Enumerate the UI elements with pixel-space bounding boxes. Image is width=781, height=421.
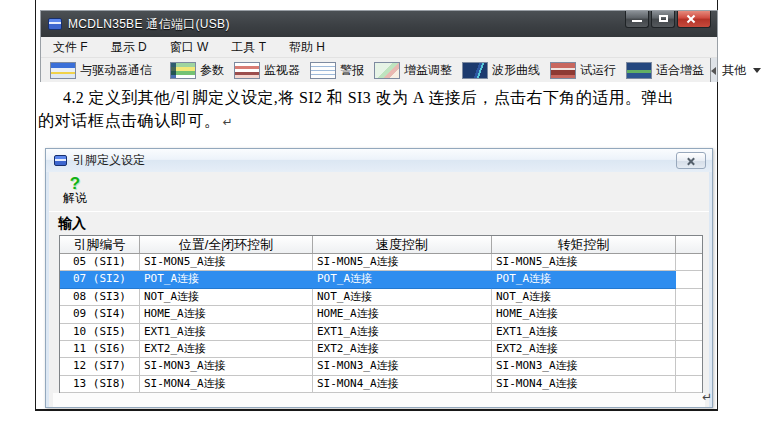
cell-speed: SI-MON3_A连接 [313,358,492,375]
cell-pin: 11 (SI6) [60,341,140,358]
dialog-close-button[interactable] [676,152,706,169]
alarm-icon [310,62,336,79]
header-speed-control[interactable]: 速度控制 [313,236,492,253]
help-button[interactable]: ? 解说 [56,176,94,208]
pin-table-header: 引脚编号 位置/全闭环控制 速度控制 转矩控制 [60,236,702,254]
cell-position: SI-MON5_A连接 [140,254,313,271]
cell-speed: POT_A连接 [313,271,492,288]
app-window-title: MCDLN35BE 通信端口(USB) [68,16,230,33]
header-pin-number[interactable]: 引脚编号 [60,236,140,253]
pin-table: 引脚编号 位置/全闭环控制 速度控制 转矩控制 05 (SI1) SI-MON5… [59,235,703,393]
pin-definition-dialog: 引脚定义设定 ? 解说 输入 引脚编号 位置/全闭环控制 速度控制 转矩控制 [45,148,713,408]
close-button[interactable] [677,11,711,28]
window-controls [623,11,711,28]
table-row-si7[interactable]: 12 (SI7) SI-MON3_A连接 SI-MON3_A连接 SI-MON3… [60,358,702,375]
dialog-titlebar: 引脚定义设定 [46,149,712,172]
paragraph-return-mark: ↵ [223,115,234,129]
header-torque-control[interactable]: 转矩控制 [492,236,676,253]
document-page: MCDLN35BE 通信端口(USB) 文件 F 显示 D 窗口 W 工具 T … [0,0,781,421]
toolbar-label: 与驱动器通信 [80,62,152,79]
instruction-line-2-text: 的对话框点击确认即可。 [38,112,221,129]
table-row-si5[interactable]: 10 (SI5) EXT1_A连接 EXT1_A连接 EXT1_A连接 [60,324,702,341]
cell-filler [676,271,702,288]
cell-filler [676,324,702,341]
cell-position: EXT2_A连接 [140,341,313,358]
maximize-button[interactable] [651,11,675,28]
menu-item-tools[interactable]: 工具 T [231,39,266,56]
toolbar-label: 警报 [340,62,364,79]
input-section-label: 输入 [58,215,86,233]
cell-filler [676,289,702,306]
toolbar-label: 其他 [722,62,746,79]
cell-filler [676,341,702,358]
cell-filler [676,376,702,393]
toolbar-label: 适合增益 [656,62,704,79]
cell-pin: 05 (SI1) [60,254,140,271]
cell-pin: 10 (SI5) [60,324,140,341]
maximize-icon [659,15,668,22]
cell-torque: SI-MON4_A连接 [492,376,676,393]
cell-pin: 13 (SI8) [60,376,140,393]
cell-torque: HOME_A连接 [492,306,676,323]
app-icon [48,18,62,30]
toolbar-button-test-run[interactable]: 试运行 [545,60,621,81]
cell-pin: 12 (SI7) [60,358,140,375]
cell-speed: SI-MON4_A连接 [313,376,492,393]
menu-item-display[interactable]: 显示 D [111,39,147,56]
table-row-si2-selected[interactable]: 07 (SI2) POT_A连接 POT_A连接 POT_A连接 [60,271,702,288]
app-window: MCDLN35BE 通信端口(USB) 文件 F 显示 D 窗口 W 工具 T … [40,10,718,82]
cell-pin: 07 (SI2) [60,271,140,288]
instruction-line-1: 4.2 定义到其他/引脚定义设定,将 SI2 和 SI3 改为 A 连接后，点击… [38,86,716,109]
page-border-bottom [35,409,718,411]
toolbar-button-gain-tuning[interactable]: 增益调整 [369,60,457,81]
minimize-button[interactable] [625,11,649,28]
cell-torque: EXT1_A连接 [492,324,676,341]
toolbar-button-parameters[interactable]: 参数 [165,60,229,81]
cell-filler [676,358,702,375]
toolbar-label: 试运行 [580,62,616,79]
cell-torque: SI-MON3_A连接 [492,358,676,375]
scroll-left-arrow-icon [711,67,716,75]
table-row-si6[interactable]: 11 (SI6) EXT2_A连接 EXT2_A连接 EXT2_A连接 [60,341,702,358]
gain-tuning-icon [374,62,400,79]
cell-torque: SI-MON5_A连接 [492,254,676,271]
cell-torque: NOT_A连接 [492,289,676,306]
cell-torque: POT_A连接 [492,271,676,288]
cell-position: SI-MON4_A连接 [140,376,313,393]
image-return-mark: ↵ [702,390,712,404]
table-row-si4[interactable]: 09 (SI4) HOME_A连接 HOME_A连接 HOME_A连接 [60,306,702,323]
dialog-lower-area [53,393,705,407]
dropdown-caret-icon [753,68,761,73]
toolbar-button-other[interactable]: 其他 [717,60,766,81]
app-toolbar: 与驱动器通信 参数 监视器 警报 增益调整 波形曲线 [41,58,717,82]
cell-position: POT_A连接 [140,271,313,288]
menu-item-help[interactable]: 帮助 H [289,39,325,56]
parameters-icon [170,62,196,79]
dialog-content: ? 解说 输入 引脚编号 位置/全闭环控制 速度控制 转矩控制 05 (SI1)… [49,172,709,407]
test-run-icon [550,62,576,79]
cell-speed: NOT_A连接 [313,289,492,306]
cell-filler [676,254,702,271]
header-position-control[interactable]: 位置/全闭环控制 [140,236,313,253]
toolbar-button-driver-comm[interactable]: 与驱动器通信 [45,60,157,81]
menu-item-file[interactable]: 文件 F [53,39,88,56]
menu-item-window[interactable]: 窗口 W [170,39,209,56]
toolbar-label: 监视器 [264,62,300,79]
help-question-icon: ? [56,176,94,191]
cell-pin: 09 (SI4) [60,306,140,323]
cell-position: NOT_A连接 [140,289,313,306]
toolbar-label: 增益调整 [404,62,452,79]
table-row-si3[interactable]: 08 (SI3) NOT_A连接 NOT_A连接 NOT_A连接 [60,289,702,306]
cell-speed: EXT2_A连接 [313,341,492,358]
driver-comm-icon [50,62,76,79]
waveform-icon [462,62,488,79]
toolbar-button-waveform[interactable]: 波形曲线 [457,60,545,81]
toolbar-button-monitor[interactable]: 监视器 [229,60,305,81]
page-border-left [35,0,36,410]
toolbar-button-alarm[interactable]: 警报 [305,60,369,81]
cell-filler [676,306,702,323]
minimize-icon [632,20,642,22]
table-row-si8[interactable]: 13 (SI8) SI-MON4_A连接 SI-MON4_A连接 SI-MON4… [60,376,702,393]
table-row-si1[interactable]: 05 (SI1) SI-MON5_A连接 SI-MON5_A连接 SI-MON5… [60,254,702,271]
toolbar-button-fit-gain[interactable]: 适合增益 [621,60,709,81]
